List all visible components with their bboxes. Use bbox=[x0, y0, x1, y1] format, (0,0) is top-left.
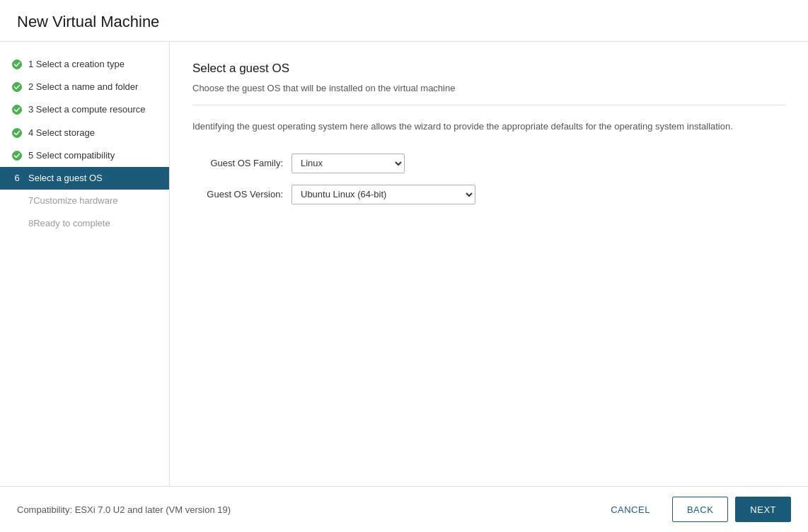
svg-point-1 bbox=[13, 83, 22, 92]
guest-os-family-row: Guest OS Family: Linux Windows Other bbox=[192, 154, 785, 173]
svg-point-3 bbox=[13, 128, 22, 137]
svg-point-2 bbox=[13, 105, 22, 115]
sidebar-item-step4[interactable]: 4 Select storage bbox=[0, 122, 169, 144]
main-content: Select a guest OS Choose the guest OS th… bbox=[170, 42, 808, 486]
check-icon-step1 bbox=[11, 59, 23, 70]
sidebar-step5-number: 5 bbox=[28, 149, 33, 162]
sidebar-step3-text: Select a compute resource bbox=[36, 103, 146, 116]
guest-os-version-select[interactable]: Ubuntu Linux (64-bit) Ubuntu Linux (32-b… bbox=[292, 185, 475, 204]
svg-point-0 bbox=[13, 60, 22, 69]
sidebar: 1 Select a creation type 2 Select a name… bbox=[0, 42, 170, 486]
check-icon-step2 bbox=[11, 81, 23, 93]
dialog-title: New Virtual Machine bbox=[17, 13, 791, 31]
sidebar-step3-number: 3 bbox=[28, 103, 33, 116]
sidebar-step1-label: 1 bbox=[28, 58, 33, 71]
sidebar-item-step5[interactable]: 5 Select compatibility bbox=[0, 144, 169, 167]
svg-point-4 bbox=[13, 151, 22, 160]
section-title: Select a guest OS bbox=[192, 62, 785, 76]
sidebar-step7-number: 7 bbox=[28, 195, 33, 207]
sidebar-step1-text: Select a creation type bbox=[36, 58, 125, 71]
check-icon-step5 bbox=[11, 150, 23, 161]
sidebar-item-step1[interactable]: 1 Select a creation type bbox=[0, 53, 169, 76]
sidebar-step5-text: Select compatibility bbox=[36, 149, 115, 162]
sidebar-item-step3[interactable]: 3 Select a compute resource bbox=[0, 98, 169, 121]
guest-os-version-row: Guest OS Version: Ubuntu Linux (64-bit) … bbox=[192, 185, 785, 204]
sidebar-item-step8: 8 Ready to complete bbox=[0, 212, 169, 235]
back-button[interactable]: BACK bbox=[672, 497, 728, 522]
sidebar-step8-text: Ready to complete bbox=[33, 217, 110, 230]
sidebar-step6-text: Select a guest OS bbox=[28, 172, 103, 185]
content-divider bbox=[192, 105, 785, 105]
sidebar-step2-number: 2 bbox=[28, 81, 33, 93]
sidebar-item-step7: 7 Customize hardware bbox=[0, 190, 169, 212]
sidebar-step2-text: Select a name and folder bbox=[36, 81, 139, 93]
dialog-body: 1 Select a creation type 2 Select a name… bbox=[0, 42, 808, 486]
check-icon-step3 bbox=[11, 104, 23, 115]
guest-os-family-label: Guest OS Family: bbox=[192, 158, 292, 168]
sidebar-step7-text: Customize hardware bbox=[33, 195, 117, 207]
cancel-button[interactable]: CANCEL bbox=[596, 497, 665, 522]
dialog-footer: Compatibility: ESXi 7.0 U2 and later (VM… bbox=[0, 486, 808, 532]
guest-os-version-label: Guest OS Version: bbox=[192, 189, 292, 200]
step6-number-icon: 6 bbox=[11, 173, 23, 184]
sidebar-step4-number: 4 bbox=[28, 127, 33, 139]
sidebar-item-step2[interactable]: 2 Select a name and folder bbox=[0, 76, 169, 98]
new-vm-dialog: New Virtual Machine 1 Select a creation … bbox=[0, 0, 808, 532]
sidebar-item-step6[interactable]: 6 Select a guest OS bbox=[0, 167, 169, 190]
info-text: Identifying the guest operating system h… bbox=[192, 120, 785, 134]
sidebar-step4-text: Select storage bbox=[36, 127, 95, 139]
guest-os-family-select[interactable]: Linux Windows Other bbox=[292, 154, 405, 173]
dialog-header: New Virtual Machine bbox=[0, 0, 808, 42]
sidebar-step8-number: 8 bbox=[28, 217, 33, 230]
section-description: Choose the guest OS that will be install… bbox=[192, 83, 785, 93]
next-button[interactable]: NEXT bbox=[735, 497, 791, 522]
compatibility-text: Compatibility: ESXi 7.0 U2 and later (VM… bbox=[17, 504, 231, 515]
check-icon-step4 bbox=[11, 127, 23, 139]
